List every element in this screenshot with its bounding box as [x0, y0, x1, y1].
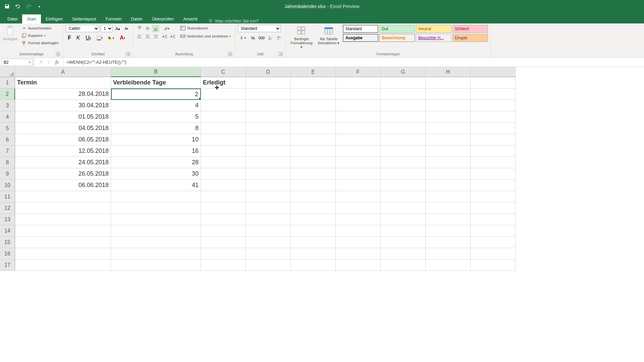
- conditional-formatting-button[interactable]: Bedingte Formatierung ▾: [288, 25, 315, 50]
- cell[interactable]: [201, 123, 246, 134]
- cell[interactable]: [291, 88, 336, 100]
- increase-decimal-icon[interactable]: .0.00: [267, 34, 274, 42]
- cell[interactable]: 10: [111, 134, 201, 145]
- cell[interactable]: [471, 88, 516, 100]
- column-header[interactable]: G: [381, 67, 426, 77]
- cell[interactable]: 04.05.2018: [15, 123, 111, 134]
- cell[interactable]: [111, 191, 201, 202]
- cell[interactable]: [426, 225, 471, 237]
- cell[interactable]: [111, 214, 201, 225]
- align-bottom-icon[interactable]: [152, 25, 159, 32]
- decrease-font-icon[interactable]: A▾: [123, 25, 130, 32]
- number-format-select[interactable]: Standard: [238, 25, 281, 32]
- cell[interactable]: 30.04.2018: [15, 100, 111, 111]
- cell[interactable]: [246, 145, 291, 157]
- cell[interactable]: [291, 134, 336, 145]
- cell[interactable]: [426, 237, 471, 248]
- align-right-icon[interactable]: [152, 33, 159, 40]
- cell[interactable]: [471, 248, 516, 259]
- cell[interactable]: 2: [111, 88, 201, 100]
- cell[interactable]: [291, 111, 336, 123]
- cell[interactable]: [471, 168, 516, 180]
- cell[interactable]: [471, 100, 516, 111]
- tab-daten[interactable]: Daten: [126, 14, 147, 23]
- row-header[interactable]: 2: [0, 88, 15, 100]
- align-top-icon[interactable]: [136, 25, 143, 32]
- cell[interactable]: [381, 202, 426, 214]
- cell[interactable]: [336, 214, 381, 225]
- cell[interactable]: [291, 157, 336, 168]
- cell[interactable]: [336, 111, 381, 123]
- cell[interactable]: 06.06.2018: [15, 180, 111, 191]
- row-header[interactable]: 12: [0, 202, 15, 214]
- format-as-table-button[interactable]: Als Tabelle formatieren ▾: [317, 25, 341, 46]
- cell[interactable]: [336, 225, 381, 237]
- wrap-text-button[interactable]: abcTextumbruch: [179, 25, 232, 32]
- cell[interactable]: [201, 214, 246, 225]
- column-header[interactable]: B: [111, 67, 201, 77]
- bold-button[interactable]: F: [66, 34, 73, 42]
- formula-input[interactable]: =WENN(C2="";A2-HEUTE();""): [64, 58, 644, 67]
- cell[interactable]: [471, 111, 516, 123]
- align-left-icon[interactable]: [136, 33, 143, 40]
- decrease-indent-icon[interactable]: [161, 33, 169, 40]
- cell[interactable]: [291, 180, 336, 191]
- fill-color-button[interactable]: ▾: [106, 34, 116, 42]
- cell[interactable]: [291, 191, 336, 202]
- cell[interactable]: [336, 202, 381, 214]
- increase-indent-icon[interactable]: [169, 33, 177, 40]
- cell[interactable]: [426, 100, 471, 111]
- cell[interactable]: [426, 191, 471, 202]
- cell[interactable]: [426, 111, 471, 123]
- cell[interactable]: [111, 259, 201, 271]
- cell[interactable]: [201, 168, 246, 180]
- borders-button[interactable]: ▾: [95, 34, 105, 42]
- cell[interactable]: [381, 100, 426, 111]
- cell[interactable]: [291, 259, 336, 271]
- cell[interactable]: [381, 88, 426, 100]
- cell[interactable]: Termin: [15, 77, 111, 88]
- cell[interactable]: Erledigt: [201, 77, 246, 88]
- cell[interactable]: [471, 77, 516, 88]
- font-size-select[interactable]: 11: [101, 25, 113, 32]
- cell[interactable]: [426, 259, 471, 271]
- column-header[interactable]: H: [426, 67, 471, 77]
- cell[interactable]: [426, 88, 471, 100]
- cell[interactable]: [471, 237, 516, 248]
- cell[interactable]: 28: [111, 157, 201, 168]
- row-header[interactable]: 8: [0, 157, 15, 168]
- cell[interactable]: [381, 191, 426, 202]
- cell-styles-gallery[interactable]: Standard Gut Neutral Schlech Ausgabe Ber…: [343, 25, 488, 42]
- cell[interactable]: [381, 214, 426, 225]
- cell[interactable]: [336, 237, 381, 248]
- cell[interactable]: [471, 225, 516, 237]
- cell[interactable]: [426, 202, 471, 214]
- cell[interactable]: [471, 259, 516, 271]
- cell[interactable]: [381, 180, 426, 191]
- cell[interactable]: [291, 248, 336, 259]
- cell[interactable]: [291, 214, 336, 225]
- cell[interactable]: [291, 202, 336, 214]
- cell[interactable]: [381, 168, 426, 180]
- cell[interactable]: [471, 134, 516, 145]
- cell[interactable]: [291, 123, 336, 134]
- cell[interactable]: [381, 134, 426, 145]
- cell[interactable]: [336, 248, 381, 259]
- cell[interactable]: [426, 145, 471, 157]
- cell[interactable]: [246, 259, 291, 271]
- style-schlecht[interactable]: Schlech: [452, 25, 488, 33]
- row-header[interactable]: 3: [0, 100, 15, 111]
- tab-ueberpruefen[interactable]: Überprüfen: [147, 14, 178, 23]
- cell[interactable]: [291, 225, 336, 237]
- cell[interactable]: [201, 157, 246, 168]
- copy-button[interactable]: Kopieren ▾: [20, 32, 60, 39]
- column-header[interactable]: D: [246, 67, 291, 77]
- cell[interactable]: [426, 180, 471, 191]
- row-header[interactable]: 9: [0, 168, 15, 180]
- cell[interactable]: 28.04.2018: [15, 88, 111, 100]
- column-header[interactable]: F: [336, 67, 381, 77]
- cell[interactable]: [246, 225, 291, 237]
- cell[interactable]: 24.05.2018: [15, 157, 111, 168]
- cell[interactable]: 06.05.2018: [15, 134, 111, 145]
- cell[interactable]: Verbleibende Tage: [111, 77, 201, 88]
